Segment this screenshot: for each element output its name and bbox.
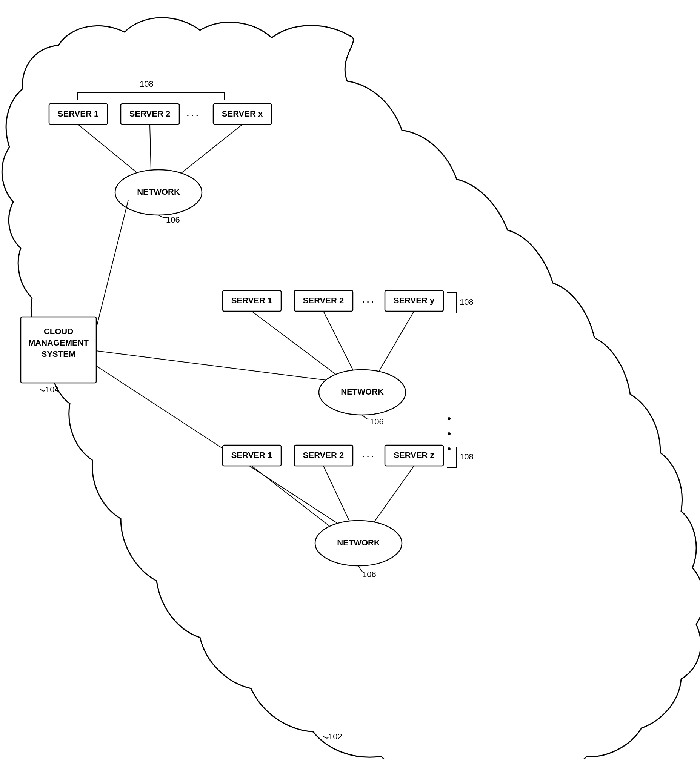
network-mid-id: 106 bbox=[370, 417, 384, 426]
cms-id-line bbox=[40, 389, 45, 391]
serverx-top-label: SERVER x bbox=[222, 109, 263, 119]
dots-mid: · · · bbox=[362, 297, 374, 307]
cms-label-line3: SYSTEM bbox=[42, 349, 75, 359]
servery-mid-label: SERVER y bbox=[394, 296, 435, 305]
cms-label-line2: MANAGEMENT bbox=[28, 338, 89, 347]
brace-bot-label: 108 bbox=[459, 452, 473, 461]
vertical-dots2: • bbox=[447, 427, 451, 440]
vertical-dots3: • bbox=[447, 442, 451, 455]
cms-label-line1: CLOUD bbox=[44, 327, 73, 336]
server1-bot-label: SERVER 1 bbox=[231, 450, 272, 460]
server2-top-label: SERVER 2 bbox=[130, 109, 170, 119]
server1-mid-label: SERVER 1 bbox=[231, 296, 272, 305]
server2-mid-label: SERVER 2 bbox=[303, 296, 344, 305]
network-top-label: NETWORK bbox=[137, 187, 180, 197]
serverz-bot-label: SERVER z bbox=[394, 450, 434, 460]
cloud-id-label: 102 bbox=[328, 732, 342, 741]
network-bot-id: 106 bbox=[362, 570, 376, 579]
diagram-container: 108 SERVER 1 SERVER 2 · · · SERVER x NET… bbox=[0, 0, 700, 759]
server2-bot-label: SERVER 2 bbox=[303, 450, 344, 460]
dots-top: · · · bbox=[187, 111, 198, 120]
dots-bot: · · · bbox=[362, 452, 374, 461]
cms-id: 104 bbox=[45, 385, 59, 394]
network-bot-label: NETWORK bbox=[337, 538, 380, 547]
vertical-dots: • bbox=[447, 412, 451, 425]
network-mid-label: NETWORK bbox=[341, 387, 384, 397]
network-top-id: 106 bbox=[166, 215, 180, 225]
brace-mid-label: 108 bbox=[459, 297, 473, 307]
brace-top-label: 108 bbox=[140, 79, 153, 89]
server1-top-label: SERVER 1 bbox=[58, 109, 98, 119]
